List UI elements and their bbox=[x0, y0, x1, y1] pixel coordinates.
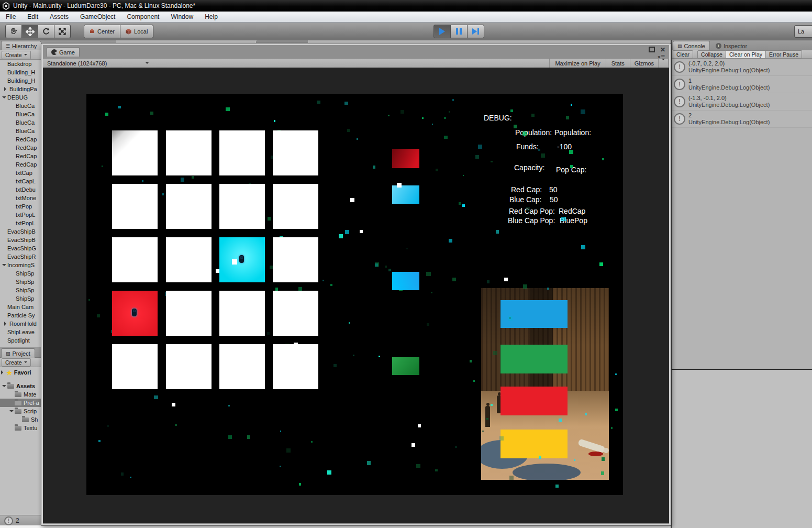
aspect-dropdown[interactable]: Standalone (1024x768) bbox=[43, 60, 153, 67]
maximize-window-icon[interactable] bbox=[649, 47, 655, 52]
tab-console[interactable]: ▤ Console bbox=[673, 41, 710, 50]
grid-cell[interactable] bbox=[112, 237, 158, 282]
grid-cell[interactable] bbox=[219, 291, 265, 336]
grid-cell[interactable] bbox=[219, 237, 265, 282]
particle bbox=[388, 115, 390, 116]
gizmos-dropdown[interactable]: Gizmos bbox=[630, 60, 658, 67]
tab-project[interactable]: ▧ Project bbox=[1, 348, 35, 358]
particle bbox=[422, 117, 424, 119]
menu-gameobject[interactable]: GameObject bbox=[74, 12, 121, 21]
hand-tool-button[interactable] bbox=[5, 25, 22, 38]
particle bbox=[330, 284, 332, 286]
particle bbox=[561, 217, 565, 221]
game-view-toolbar: Standalone (1024x768) Maximize on Play S… bbox=[43, 58, 668, 68]
close-window-icon[interactable]: ✕ bbox=[660, 47, 665, 52]
debug-label: Blue Cap Pop: bbox=[508, 216, 555, 225]
log-source: UnityEngine.Debug:Log(Object) bbox=[688, 67, 770, 74]
play-button[interactable] bbox=[433, 25, 451, 38]
menu-window[interactable]: Window bbox=[165, 12, 199, 21]
gizmos-arrow[interactable] bbox=[659, 60, 668, 67]
move-tool-button[interactable] bbox=[22, 25, 38, 38]
particle bbox=[449, 239, 452, 243]
collapse-arrow-icon[interactable] bbox=[2, 385, 6, 389]
menu-component[interactable]: Component bbox=[121, 12, 165, 21]
grid-cell[interactable] bbox=[112, 291, 158, 336]
rotate-tool-button[interactable] bbox=[38, 25, 54, 38]
ship-rect[interactable] bbox=[392, 357, 419, 375]
grid-cell[interactable] bbox=[166, 291, 212, 336]
particle bbox=[88, 299, 90, 301]
grid-cell[interactable] bbox=[112, 184, 158, 229]
green-button[interactable] bbox=[500, 345, 568, 373]
console-log-entry[interactable]: !(-0.7, 0.2, 2.0)UnityEngine.Debug:Log(O… bbox=[672, 59, 812, 76]
grid-cell[interactable] bbox=[166, 184, 212, 229]
menu-assets[interactable]: Assets bbox=[44, 12, 74, 21]
hierarchy-item-label: Backdrop bbox=[7, 61, 31, 67]
particle bbox=[581, 109, 585, 114]
ship-rect[interactable] bbox=[392, 185, 419, 204]
particle bbox=[385, 266, 387, 268]
particle bbox=[347, 129, 350, 132]
ship-rect[interactable] bbox=[392, 272, 419, 290]
console-clear-on-play-button[interactable]: Clear on Play bbox=[726, 50, 766, 59]
grid-cell[interactable] bbox=[166, 344, 212, 389]
tab-hierarchy[interactable]: ☰ Hierarchy bbox=[1, 41, 41, 50]
particle bbox=[566, 116, 569, 119]
grid-cell[interactable] bbox=[273, 184, 318, 229]
grid-cell[interactable] bbox=[273, 344, 318, 389]
hierarchy-item-label: EvacShipG bbox=[7, 245, 36, 251]
console-log-entry[interactable]: !2UnityEngine.Debug:Log(Object) bbox=[672, 111, 812, 128]
menu-file[interactable]: File bbox=[0, 12, 21, 21]
particle bbox=[602, 457, 605, 460]
collapse-arrow-icon[interactable] bbox=[2, 264, 6, 268]
folder-icon bbox=[15, 392, 21, 397]
project-create-button[interactable]: Create bbox=[2, 358, 31, 367]
white-square bbox=[418, 424, 421, 427]
layers-dropdown[interactable]: La bbox=[794, 25, 812, 38]
scale-tool-button[interactable] bbox=[54, 25, 71, 38]
collapse-arrow-icon[interactable] bbox=[9, 410, 14, 414]
particle bbox=[601, 471, 604, 475]
blue-button[interactable] bbox=[500, 300, 568, 328]
play-icon bbox=[439, 28, 445, 35]
pause-button[interactable] bbox=[451, 25, 468, 38]
grid-cell[interactable] bbox=[273, 237, 318, 282]
grid-cell[interactable] bbox=[219, 344, 265, 389]
yellow-button[interactable] bbox=[500, 430, 568, 458]
particle bbox=[523, 284, 527, 289]
collapse-arrow-icon[interactable] bbox=[2, 96, 6, 101]
expand-arrow-icon[interactable] bbox=[4, 322, 8, 326]
pivot-center-button[interactable]: Center bbox=[84, 25, 120, 38]
step-button[interactable] bbox=[468, 25, 484, 38]
console-collapse-button[interactable]: Collapse bbox=[697, 50, 726, 59]
tab-inspector[interactable]: i Inspector bbox=[711, 41, 752, 50]
grid-cell[interactable] bbox=[219, 130, 265, 175]
ship-rect[interactable] bbox=[392, 149, 419, 168]
grid-cell[interactable] bbox=[219, 184, 265, 229]
menu-help[interactable]: Help bbox=[199, 12, 224, 21]
console-error-pause-button[interactable]: Error Pause bbox=[766, 50, 802, 59]
grid-cell[interactable] bbox=[166, 237, 212, 282]
hierarchy-create-button[interactable]: Create bbox=[2, 51, 31, 59]
blood-spot bbox=[588, 452, 603, 456]
menu-edit[interactable]: Edit bbox=[21, 12, 44, 21]
grid-cell[interactable] bbox=[166, 130, 212, 175]
particle bbox=[615, 409, 618, 411]
particle bbox=[463, 175, 464, 176]
console-log-entry[interactable]: !1UnityEngine.Debug:Log(Object) bbox=[672, 76, 812, 93]
stats-toggle[interactable]: Stats bbox=[606, 60, 630, 67]
hierarchy-item-label: Particle Sy bbox=[7, 312, 35, 318]
grid-cell[interactable] bbox=[273, 130, 318, 175]
particle bbox=[510, 109, 513, 112]
grid-cell[interactable] bbox=[112, 130, 158, 175]
grid-cell[interactable] bbox=[273, 291, 318, 336]
rotation-local-button[interactable]: Local bbox=[120, 25, 153, 38]
tab-game[interactable]: Game bbox=[47, 47, 80, 57]
console-log-entry[interactable]: !(-1.3, -0.1, 2.0)UnityEngine.Debug:Log(… bbox=[672, 93, 812, 111]
maximize-on-play-toggle[interactable]: Maximize on Play bbox=[550, 60, 605, 67]
expand-arrow-icon[interactable] bbox=[4, 87, 8, 91]
particle bbox=[379, 356, 380, 357]
console-clear-button[interactable]: Clear bbox=[673, 50, 693, 59]
grid-cell[interactable] bbox=[112, 344, 158, 389]
red-button[interactable] bbox=[500, 387, 568, 415]
